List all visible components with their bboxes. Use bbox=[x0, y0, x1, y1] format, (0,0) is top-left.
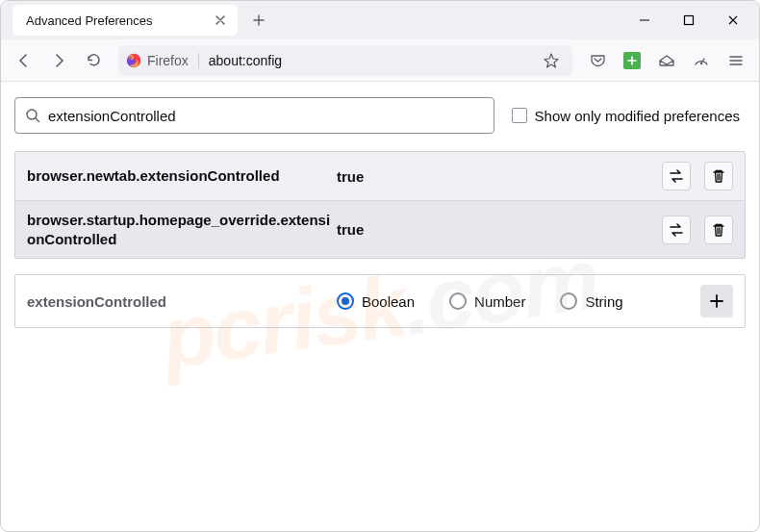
search-icon bbox=[25, 108, 40, 123]
show-modified-checkbox-row[interactable]: Show only modified preferences bbox=[512, 108, 746, 124]
delete-button[interactable] bbox=[704, 215, 733, 244]
firefox-logo-icon bbox=[126, 53, 141, 68]
about-config-content: Show only modified preferences browser.n… bbox=[1, 82, 759, 343]
window-titlebar: Advanced Preferences bbox=[1, 1, 759, 39]
identity-box[interactable]: Firefox bbox=[126, 53, 199, 68]
url-bar[interactable]: Firefox bbox=[118, 45, 572, 76]
bookmark-star-icon[interactable] bbox=[538, 47, 565, 74]
pref-value: true bbox=[337, 168, 662, 185]
toggle-button[interactable] bbox=[662, 162, 691, 190]
identity-label: Firefox bbox=[147, 53, 189, 68]
back-button[interactable] bbox=[9, 45, 39, 76]
pref-value: true bbox=[337, 221, 662, 238]
search-box[interactable] bbox=[14, 97, 494, 134]
search-input[interactable] bbox=[40, 108, 484, 124]
pref-row: browser.newtab.extensionControlled true bbox=[15, 152, 745, 200]
search-row: Show only modified preferences bbox=[14, 97, 746, 134]
prefs-table: browser.newtab.extensionControlled true … bbox=[14, 151, 746, 259]
url-input[interactable] bbox=[199, 53, 538, 68]
pref-name: browser.startup.homepage_override.extens… bbox=[27, 211, 337, 248]
radio-boolean[interactable]: Boolean bbox=[337, 292, 415, 310]
radio-string[interactable]: String bbox=[560, 292, 622, 310]
radio-icon bbox=[560, 292, 577, 310]
extension-icon[interactable] bbox=[617, 45, 647, 76]
close-tab-icon[interactable] bbox=[213, 13, 228, 28]
radio-label: Boolean bbox=[362, 293, 415, 310]
radio-number[interactable]: Number bbox=[449, 292, 525, 310]
radio-label: String bbox=[585, 293, 622, 310]
speed-icon[interactable] bbox=[686, 45, 717, 76]
svg-point-3 bbox=[27, 110, 37, 119]
tab-title: Advanced Preferences bbox=[26, 13, 213, 28]
radio-icon bbox=[449, 292, 467, 310]
svg-point-2 bbox=[700, 62, 702, 63]
toggle-button[interactable] bbox=[662, 215, 691, 244]
svg-rect-0 bbox=[685, 16, 694, 25]
pocket-icon[interactable] bbox=[582, 45, 613, 76]
window-close-button[interactable] bbox=[711, 1, 755, 39]
show-modified-checkbox[interactable] bbox=[512, 108, 527, 123]
window-maximize-button[interactable] bbox=[667, 1, 711, 39]
browser-toolbar: Firefox bbox=[1, 39, 759, 82]
radio-icon bbox=[337, 292, 354, 310]
window-minimize-button[interactable] bbox=[622, 1, 667, 39]
app-menu-button[interactable] bbox=[721, 45, 751, 76]
mail-icon[interactable] bbox=[651, 45, 682, 76]
browser-tab[interactable]: Advanced Preferences bbox=[13, 5, 238, 36]
show-modified-label: Show only modified preferences bbox=[535, 108, 740, 124]
new-pref-name: extensionControlled bbox=[27, 293, 337, 310]
forward-button[interactable] bbox=[43, 45, 74, 76]
new-tab-button[interactable] bbox=[245, 7, 272, 34]
delete-button[interactable] bbox=[704, 162, 733, 190]
new-pref-row: extensionControlled Boolean Number Strin… bbox=[14, 274, 746, 328]
pref-name: browser.newtab.extensionControlled bbox=[27, 166, 337, 186]
radio-label: Number bbox=[474, 293, 525, 310]
type-radio-group: Boolean Number String bbox=[337, 292, 700, 310]
reload-button[interactable] bbox=[78, 45, 109, 76]
pref-row: browser.startup.homepage_override.extens… bbox=[15, 200, 745, 258]
add-pref-button[interactable] bbox=[700, 285, 733, 317]
